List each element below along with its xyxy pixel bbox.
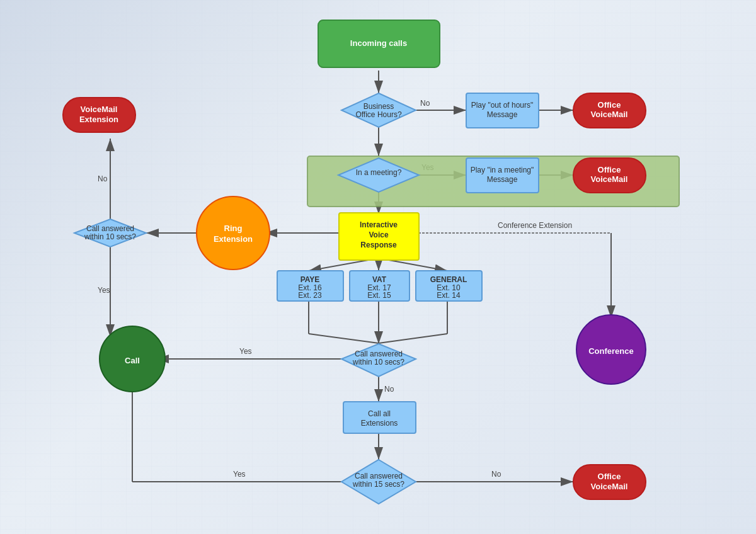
label-biz-no: No	[420, 99, 430, 108]
ca1-label2: within 10 secs?	[84, 232, 136, 241]
ovm2-label1: Office	[598, 165, 621, 174]
label-ca2-yes: Yes	[239, 347, 252, 356]
ivr-label1: Interactive	[360, 220, 398, 229]
ca3-label2: within 15 secs?	[352, 480, 404, 489]
general-label3: Ext. 14	[437, 291, 461, 300]
vmext-label2: Extension	[79, 115, 118, 124]
label-ca1-no: No	[98, 174, 108, 183]
paye-label3: Ext. 23	[298, 291, 322, 300]
ca2-label2: within 10 secs?	[352, 358, 404, 366]
paye-label1: PAYE	[301, 275, 320, 284]
label-ca2-no: No	[384, 385, 394, 394]
general-label1: GENERAL	[430, 275, 467, 284]
call-label: Call	[125, 356, 140, 365]
ovm2-label2: VoiceMail	[590, 174, 627, 184]
play-hours-label1: Play "out of hours"	[471, 101, 534, 110]
flowchart-svg: No Yes Yes No Yes	[0, 0, 756, 534]
ca1-label1: Call answered	[86, 224, 134, 233]
vat-label1: VAT	[372, 275, 387, 284]
play-meeting-label2: Message	[487, 175, 518, 184]
ovm1-label1: Office	[598, 100, 621, 110]
ovm3-label1: Office	[598, 472, 621, 481]
label-conf-ext: Conference Extension	[498, 221, 572, 230]
cae-label1: Call all	[368, 409, 391, 418]
label-ca3-yes: Yes	[233, 470, 246, 479]
ring-ext-label2: Extension	[214, 234, 253, 244]
business-hours-label1: Business	[364, 102, 394, 111]
conference-label: Conference	[588, 346, 634, 356]
label-ca1-yes: Yes	[98, 286, 110, 295]
vat-label3: Ext. 15	[367, 291, 391, 300]
play-meeting-label1: Play "in a meeting"	[471, 166, 534, 174]
ca2-label1: Call answered	[355, 349, 403, 358]
in-meeting-label1: In a meeting?	[356, 168, 402, 177]
ovm1-label2: VoiceMail	[590, 110, 627, 119]
ca3-label1: Call answered	[355, 472, 403, 480]
ivr-label3: Response	[360, 241, 397, 249]
label-ca3-no: No	[491, 470, 501, 479]
vmext-label1: VoiceMail	[80, 105, 117, 114]
ivr-label2: Voice	[369, 230, 388, 239]
play-hours-label2: Message	[487, 110, 518, 119]
business-hours-label2: Office Hours?	[355, 110, 401, 119]
diagram-container: No Yes Yes No Yes	[0, 0, 756, 534]
ring-ext-label1: Ring	[224, 224, 243, 233]
ovm3-label2: VoiceMail	[590, 482, 627, 491]
incoming-calls-label: Incoming calls	[350, 38, 407, 48]
cae-label2: Extensions	[361, 419, 398, 428]
